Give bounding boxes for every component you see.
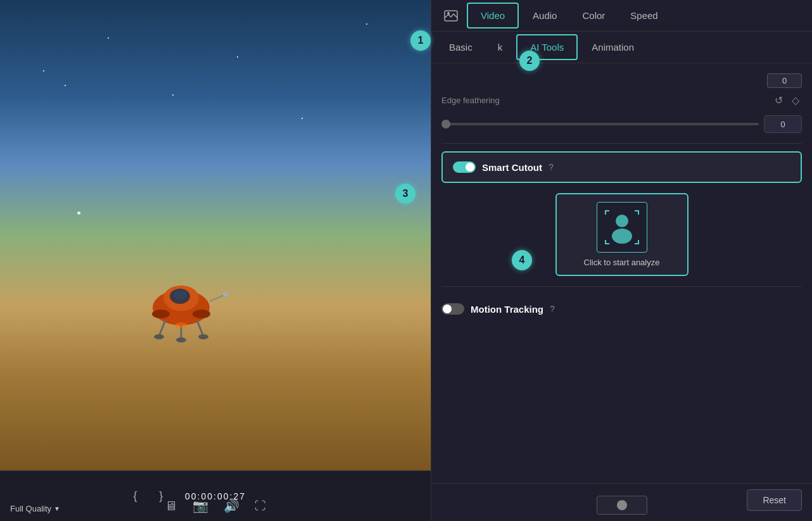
analyze-button[interactable]: Click to start analyze — [555, 193, 688, 276]
person-silhouette-icon — [604, 210, 640, 245]
svg-line-6 — [159, 320, 165, 336]
fullscreen-icon[interactable]: ⛶ — [255, 499, 266, 513]
step-badge-4: 4 — [512, 250, 532, 270]
tab-audio[interactable]: Audio — [520, 0, 569, 31]
svg-line-12 — [210, 295, 224, 301]
analyze-button-wrapper: Click to start analyze — [441, 193, 802, 276]
main-tab-row: Video Audio Color Speed — [431, 0, 812, 32]
tab-color[interactable]: Color — [569, 0, 618, 31]
spaceship-image — [130, 263, 232, 348]
tab-video[interactable]: Video — [467, 3, 519, 28]
svg-point-9 — [154, 334, 164, 339]
step-badge-1: 1 — [410, 30, 431, 51]
svg-point-3 — [174, 291, 186, 299]
tab-animation[interactable]: Animation — [579, 32, 647, 63]
playback-controls: 🖥 📷 🔊 ⛶ — [165, 498, 266, 513]
svg-point-18 — [612, 229, 632, 244]
monitor-icon[interactable]: 🖥 — [165, 499, 177, 513]
edge-feathering-label: Edge feathering — [441, 96, 772, 105]
motion-tracking-help-icon[interactable]: ? — [550, 304, 555, 314]
panel-content: Edge feathering ↺ ◇ — [431, 63, 812, 483]
reset-edge-icon[interactable]: ↺ — [772, 93, 785, 108]
screenshot-icon[interactable]: 📷 — [193, 498, 208, 513]
smart-cutout-section: Smart Cutout ? — [441, 151, 802, 183]
step-badge-2: 2 — [519, 51, 540, 71]
quality-label: Full Quality — [10, 504, 51, 513]
svg-point-17 — [616, 215, 628, 227]
analyze-label: Click to start analyze — [584, 258, 660, 267]
mark-in-button[interactable]: { — [120, 483, 149, 509]
smart-cutout-label: Smart Cutout — [482, 162, 542, 173]
partial-icon — [617, 500, 627, 510]
top-input-field[interactable] — [767, 73, 802, 88]
motion-tracking-label: Motion Tracking — [471, 304, 543, 315]
quality-dropdown-icon: ▼ — [54, 505, 60, 512]
step-badge-3: 3 — [395, 184, 416, 204]
edge-feathering-input[interactable] — [764, 115, 802, 133]
clip-icon — [444, 9, 458, 23]
svg-point-5 — [193, 310, 210, 318]
sub-tab-row: Basic k AI Tools Animation — [431, 32, 812, 63]
svg-point-4 — [152, 310, 170, 318]
smart-cutout-toggle[interactable] — [453, 161, 476, 173]
tab-k[interactable]: k — [485, 32, 516, 63]
tab-speed[interactable]: Speed — [618, 0, 670, 31]
motion-tracking-section: Motion Tracking ? — [441, 294, 802, 323]
svg-line-7 — [197, 320, 203, 336]
edge-feathering-section: Edge feathering ↺ ◇ — [441, 93, 802, 108]
svg-point-16 — [447, 12, 450, 15]
keyframe-edge-icon[interactable]: ◇ — [789, 93, 802, 108]
clip-icon-area — [436, 0, 466, 31]
reset-button[interactable]: Reset — [747, 489, 802, 511]
svg-point-13 — [223, 292, 228, 297]
analyze-icon-box — [597, 202, 647, 253]
tab-basic[interactable]: Basic — [436, 32, 485, 63]
motion-tracking-toggle[interactable] — [441, 303, 464, 315]
top-number-row — [441, 73, 802, 88]
svg-point-11 — [176, 337, 186, 342]
volume-icon[interactable]: 🔊 — [224, 498, 239, 513]
panel-bottom: Reset — [431, 483, 812, 521]
edge-feathering-slider-row — [441, 115, 802, 133]
video-canvas — [0, 0, 431, 470]
svg-point-14 — [175, 322, 187, 329]
right-panel: Video Audio Color Speed Basic k AI Tools… — [431, 0, 812, 521]
video-bottom-bar: { } 00:00:00:27 🖥 📷 🔊 ⛶ Full Quality ▼ — [0, 470, 431, 521]
quality-selector[interactable]: Full Quality ▼ — [10, 504, 60, 513]
partial-button — [597, 496, 647, 515]
svg-point-10 — [198, 334, 208, 339]
video-panel: { } 00:00:00:27 🖥 📷 🔊 ⛶ Full Quality ▼ — [0, 0, 431, 521]
smart-cutout-help-icon[interactable]: ? — [549, 162, 554, 172]
